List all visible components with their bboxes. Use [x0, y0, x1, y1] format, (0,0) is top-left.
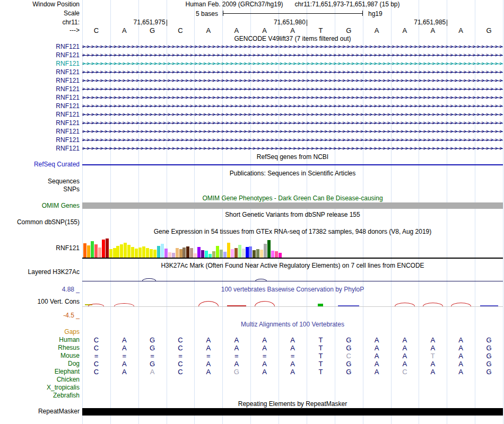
gencode-transcript-label[interactable]: RNF121 [0, 111, 80, 118]
gencode-transcript-label[interactable]: RNF121 [0, 86, 80, 93]
gtex-bar[interactable] [194, 253, 197, 258]
gtex-bar[interactable] [242, 249, 245, 258]
gencode-transcript-line[interactable]: >>>>>>>>>>>>>>>>>>>>>>>>>>>>>>>>>>>>>>>>… [82, 94, 503, 101]
gencode-transcript-line[interactable]: >>>>>>>>>>>>>>>>>>>>>>>>>>>>>>>>>>>>>>>>… [82, 137, 503, 143]
gencode-transcript-line[interactable]: >>>>>>>>>>>>>>>>>>>>>>>>>>>>>>>>>>>>>>>>… [82, 103, 503, 109]
gtex-bar[interactable] [249, 246, 252, 258]
gencode-transcript-line[interactable]: >>>>>>>>>>>>>>>>>>>>>>>>>>>>>>>>>>>>>>>>… [82, 128, 503, 135]
gtex-bar[interactable] [113, 248, 116, 258]
gtex-bar[interactable] [135, 249, 138, 258]
gencode-transcript-line[interactable]: >>>>>>>>>>>>>>>>>>>>>>>>>>>>>>>>>>>>>>>>… [82, 145, 503, 152]
gencode-transcript-label[interactable]: RNF121 [0, 128, 80, 135]
gencode-transcript-line[interactable]: >>>>>>>>>>>>>>>>>>>>>>>>>>>>>>>>>>>>>>>>… [82, 111, 503, 118]
repeatmasker-bar[interactable] [82, 408, 503, 416]
gtex-bar[interactable] [127, 245, 131, 258]
gencode-transcript-line[interactable]: >>>>>>>>>>>>>>>>>>>>>>>>>>>>>>>>>>>>>>>>… [82, 60, 503, 67]
gtex-bar[interactable] [183, 248, 186, 258]
gtex-bar[interactable] [197, 247, 201, 258]
gencode-transcript-line[interactable]: >>>>>>>>>>>>>>>>>>>>>>>>>>>>>>>>>>>>>>>>… [82, 86, 503, 92]
species-label-mouse[interactable]: Mouse [0, 352, 80, 359]
conservation-label[interactable]: 100 Vert. Cons [0, 298, 80, 305]
species-label-x_tropicalis[interactable]: X_tropicalis [0, 384, 80, 391]
species-label-dog[interactable]: Dog [0, 360, 80, 367]
gtex-bar[interactable] [153, 250, 157, 258]
gtex-bar[interactable] [201, 250, 204, 258]
gtex-bar[interactable] [220, 250, 223, 258]
gtex-bar[interactable] [131, 247, 134, 258]
gencode-transcript-label[interactable]: RNF121 [0, 43, 80, 50]
gtex-bar[interactable] [231, 249, 234, 258]
gtex-bar[interactable] [275, 251, 278, 258]
species-label-rhesus[interactable]: Rhesus [0, 344, 80, 351]
gtex-bar[interactable] [146, 248, 149, 258]
gtex-bar[interactable] [98, 248, 101, 258]
gtex-bar[interactable] [106, 238, 109, 258]
species-label-human[interactable]: Human [0, 337, 80, 343]
gencode-transcript-label[interactable]: RNF121 [0, 120, 80, 127]
gtex-gene-label[interactable]: RNF121 [0, 245, 80, 252]
gencode-transcript-label[interactable]: RNF121 [0, 69, 80, 76]
gencode-transcript-label[interactable]: RNF121 [0, 94, 80, 101]
omim-genes-label[interactable]: OMIM Genes [0, 202, 80, 209]
gtex-bar[interactable] [161, 244, 164, 258]
gencode-transcript-label[interactable]: RNF121 [0, 52, 80, 59]
gencode-transcript-line[interactable]: >>>>>>>>>>>>>>>>>>>>>>>>>>>>>>>>>>>>>>>>… [82, 77, 503, 84]
gtex-bar[interactable] [208, 254, 212, 258]
gtex-bar[interactable] [91, 241, 94, 258]
dbsnp-label[interactable]: Common dbSNP(155) [0, 219, 80, 226]
gtex-bar[interactable] [179, 249, 183, 258]
gtex-bar[interactable] [223, 252, 227, 258]
multiz-gaps-label[interactable]: Gaps [0, 329, 80, 335]
gencode-transcript-label[interactable]: RNF121 [0, 145, 80, 152]
gtex-bar[interactable] [116, 246, 119, 258]
gencode-transcript-line[interactable]: >>>>>>>>>>>>>>>>>>>>>>>>>>>>>>>>>>>>>>>>… [82, 120, 503, 126]
publications-sequences-label[interactable]: Sequences [0, 178, 80, 185]
gtex-bar[interactable] [102, 240, 105, 258]
gtex-bar[interactable] [205, 251, 208, 258]
species-label-zebrafish[interactable]: Zebrafish [0, 392, 80, 399]
gtex-bar[interactable] [176, 248, 179, 258]
gtex-bar[interactable] [172, 253, 175, 258]
gtex-bar[interactable] [256, 249, 259, 258]
gtex-bar[interactable] [216, 246, 219, 258]
gtex-bar[interactable] [138, 248, 142, 258]
gencode-transcript-line[interactable]: >>>>>>>>>>>>>>>>>>>>>>>>>>>>>>>>>>>>>>>>… [82, 52, 503, 58]
gtex-bar[interactable] [238, 245, 241, 258]
gtex-bar[interactable] [94, 244, 98, 258]
gtex-bar[interactable] [267, 240, 271, 258]
gtex-bar[interactable] [212, 251, 215, 258]
gencode-transcript-line[interactable]: >>>>>>>>>>>>>>>>>>>>>>>>>>>>>>>>>>>>>>>>… [82, 69, 503, 75]
gtex-bar[interactable] [164, 249, 168, 258]
gtex-bar[interactable] [168, 252, 171, 258]
species-label-chicken[interactable]: Chicken [0, 376, 80, 383]
gtex-bar[interactable] [234, 248, 238, 258]
gtex-bar[interactable] [279, 253, 282, 258]
gtex-bar[interactable] [83, 243, 86, 258]
gencode-transcript-label[interactable]: RNF121 [0, 77, 80, 84]
h3k27ac-label[interactable]: Layered H3K27Ac [0, 269, 80, 276]
gtex-bar[interactable] [186, 246, 189, 258]
gencode-transcript-line[interactable]: >>>>>>>>>>>>>>>>>>>>>>>>>>>>>>>>>>>>>>>>… [82, 43, 503, 50]
gtex-bar[interactable] [253, 250, 256, 258]
gtex-bar[interactable] [120, 244, 123, 258]
repeatmasker-label[interactable]: RepeatMasker [0, 408, 80, 415]
gencode-transcript-label[interactable]: RNF121 [0, 137, 80, 144]
gtex-bar[interactable] [264, 244, 267, 258]
gtex-bar[interactable] [190, 248, 193, 258]
gtex-bar[interactable] [124, 243, 127, 258]
gtex-bar[interactable] [142, 246, 145, 258]
gencode-transcript-label[interactable]: RNF121 [0, 60, 80, 67]
gtex-bar[interactable] [87, 245, 90, 258]
refseq-curated-item[interactable] [82, 164, 503, 165]
gtex-bar[interactable] [246, 247, 249, 258]
gencode-transcript-label[interactable]: RNF121 [0, 103, 80, 110]
gtex-bar[interactable] [260, 250, 263, 258]
gtex-bar[interactable] [227, 243, 230, 258]
omim-genes-bar[interactable] [82, 202, 503, 209]
gtex-bar[interactable] [109, 249, 112, 258]
publications-snps-label[interactable]: SNPs [0, 186, 80, 193]
gtex-bar[interactable] [157, 246, 160, 258]
gtex-bar[interactable] [150, 249, 153, 258]
h3k27ac-signal-line[interactable] [82, 281, 503, 281]
refseq-curated-label[interactable]: RefSeq Curated [0, 161, 80, 168]
